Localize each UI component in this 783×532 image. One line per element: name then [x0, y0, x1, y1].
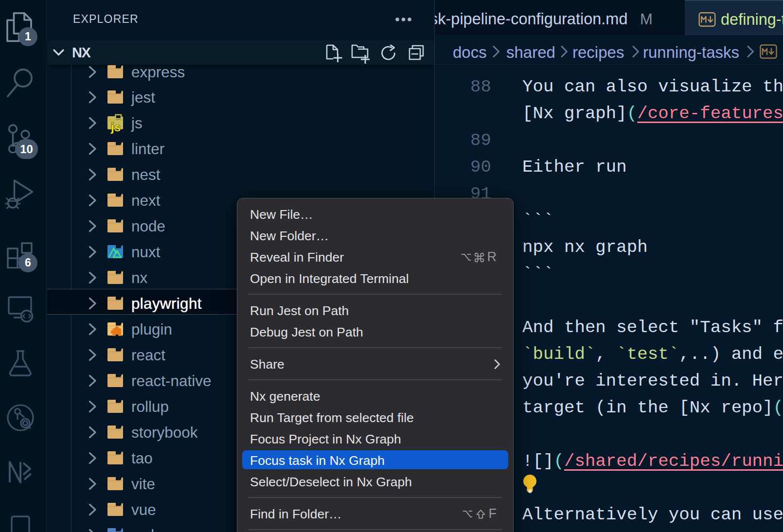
- svg-text:js: js: [110, 121, 121, 134]
